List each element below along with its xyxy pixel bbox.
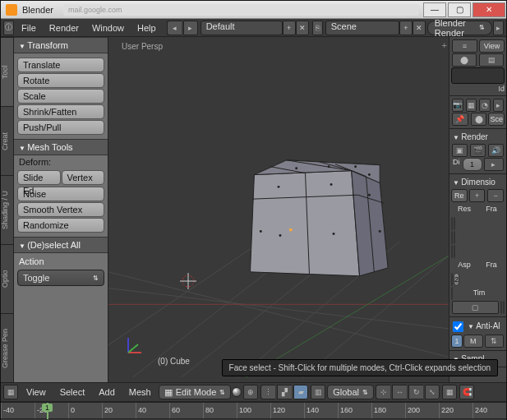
- aspect-y-field[interactable]: [451, 287, 453, 300]
- res-x-field[interactable]: [451, 217, 453, 230]
- window-minimize-button[interactable]: —: [423, 2, 446, 17]
- vtab-tool[interactable]: Tool: [1, 37, 13, 106]
- transform-panel-header[interactable]: Transform: [14, 37, 108, 53]
- limit-selection-icon[interactable]: ▥: [311, 385, 325, 399]
- aa-mitchell[interactable]: M: [463, 335, 483, 348]
- layers-button[interactable]: ▦: [442, 385, 457, 399]
- slide-edge-button[interactable]: Slide Ed: [17, 170, 61, 185]
- render-preset-dropdown[interactable]: Re: [451, 189, 468, 202]
- display-value[interactable]: 1: [463, 158, 482, 171]
- viewport-plus-icon[interactable]: +: [442, 40, 447, 50]
- manipulator-toggle[interactable]: ⊹: [376, 385, 390, 399]
- old-map-field[interactable]: [500, 301, 502, 314]
- smooth-vertex-button[interactable]: Smooth Vertex: [17, 202, 104, 217]
- render-image-button[interactable]: ▣: [452, 144, 468, 157]
- res-y-field[interactable]: [451, 231, 453, 244]
- deselect-panel-header[interactable]: (De)select All: [14, 237, 108, 253]
- window-close-button[interactable]: ✕: [472, 2, 505, 17]
- manip-scale-icon[interactable]: ⤡: [425, 385, 440, 399]
- shading-mode-icon[interactable]: [232, 387, 242, 397]
- view3d-editor-icon[interactable]: ▦: [3, 385, 18, 399]
- pin-icon[interactable]: 📌: [452, 113, 468, 126]
- preset-remove-icon[interactable]: −: [487, 189, 504, 202]
- view3d-menu-select[interactable]: Select: [53, 383, 92, 401]
- frame-end-field[interactable]: [454, 231, 455, 244]
- manip-rotate-icon[interactable]: ↻: [408, 385, 423, 399]
- forward-button[interactable]: ▸: [183, 21, 198, 35]
- menu-help[interactable]: Help: [131, 19, 163, 37]
- randomize-button[interactable]: Randomize: [17, 218, 104, 233]
- 3d-viewport[interactable]: User Persp: [108, 37, 449, 382]
- scale-button[interactable]: Scale: [17, 89, 104, 104]
- antialias-checkbox[interactable]: [453, 321, 463, 332]
- transform-orientation-dropdown[interactable]: Global ⇅: [327, 385, 374, 399]
- layout-remove-button[interactable]: ✕: [296, 21, 309, 35]
- antialias-panel-header[interactable]: Anti-Al: [466, 320, 505, 334]
- outliner-scene-icon[interactable]: ⬤: [452, 53, 477, 67]
- view3d-menu-view[interactable]: View: [20, 383, 53, 401]
- scene-field[interactable]: Scene: [325, 21, 399, 35]
- vertex-select-mode[interactable]: ⋮: [260, 385, 275, 399]
- info-editor-icon[interactable]: ⓘ: [3, 21, 14, 35]
- vtab-grease[interactable]: Grease Pen: [1, 313, 13, 382]
- view3d-menu-mesh[interactable]: Mesh: [122, 383, 158, 401]
- rotate-button[interactable]: Rotate: [17, 73, 104, 88]
- render-panel-header[interactable]: Render: [451, 131, 505, 143]
- render-engine-dropdown[interactable]: Blender Render ⇅: [427, 21, 492, 35]
- aa-sample-active[interactable]: 1: [451, 335, 463, 348]
- frame-step-field[interactable]: [454, 245, 455, 258]
- timeline-playhead[interactable]: [47, 403, 48, 419]
- context-scene-icon[interactable]: ⬤: [471, 113, 487, 126]
- vtab-create[interactable]: Creat: [1, 106, 13, 175]
- meshtools-panel-header[interactable]: Mesh Tools: [14, 139, 108, 155]
- svg-point-27: [328, 165, 330, 168]
- scene-remove-button[interactable]: ✕: [413, 21, 426, 35]
- timeline-ruler[interactable]: -40 -20 0 20 40 60 80 100 120 140 160 18…: [1, 403, 506, 419]
- snap-toggle[interactable]: 🧲: [459, 385, 474, 399]
- scene-add-button[interactable]: +: [399, 21, 413, 35]
- display-lock-icon[interactable]: ▸: [484, 158, 504, 171]
- expand-icon[interactable]: ▤: [479, 53, 504, 67]
- push-pull-button[interactable]: Push/Pull: [17, 120, 104, 135]
- dimensions-panel-header[interactable]: Dimensio: [451, 176, 505, 188]
- manip-translate-icon[interactable]: ↔: [392, 385, 407, 399]
- view-menu-right[interactable]: View: [479, 39, 505, 53]
- preset-add-icon[interactable]: +: [469, 189, 486, 202]
- screen-layout-field[interactable]: Default: [200, 21, 283, 35]
- aspect-x-field[interactable]: [451, 273, 453, 286]
- fps-field[interactable]: 2: [454, 273, 459, 286]
- menu-render[interactable]: Render: [43, 19, 85, 37]
- edge-select-mode[interactable]: ▞: [277, 385, 292, 399]
- slide-vertex-button[interactable]: Vertex: [62, 170, 105, 185]
- aa-size-icon[interactable]: ⇅: [485, 335, 505, 348]
- vtab-options[interactable]: Optio: [1, 244, 13, 313]
- action-dropdown[interactable]: Toggle ⇅: [17, 270, 104, 286]
- prop-render-icon[interactable]: 📷: [452, 99, 463, 112]
- prop-world-icon[interactable]: ▸: [493, 99, 505, 112]
- noise-button[interactable]: Noise: [17, 187, 104, 201]
- editor-type-icon[interactable]: ≡: [452, 39, 477, 53]
- frame-start-field[interactable]: [454, 217, 455, 230]
- translate-button[interactable]: Translate: [17, 58, 104, 72]
- layout-add-button[interactable]: +: [283, 21, 296, 35]
- outliner-area[interactable]: [451, 67, 505, 84]
- view3d-menu-add[interactable]: Add: [92, 383, 122, 401]
- render-audio-button[interactable]: 🔊: [488, 144, 504, 157]
- face-select-mode[interactable]: ▰: [293, 385, 308, 399]
- back-button[interactable]: ◂: [167, 21, 182, 35]
- pivot-point-dropdown[interactable]: ⊕: [243, 385, 258, 399]
- menu-window[interactable]: Window: [85, 19, 131, 37]
- render-anim-button[interactable]: 🎬: [470, 144, 486, 157]
- menu-file[interactable]: File: [15, 19, 43, 37]
- prop-scene-icon[interactable]: ◔: [479, 99, 491, 112]
- shrink-fatten-button[interactable]: Shrink/Fatten: [17, 104, 104, 119]
- window-maximize-button[interactable]: ▢: [448, 2, 471, 17]
- mode-selector[interactable]: ▦ Edit Mode ⇅: [159, 385, 232, 399]
- prop-layers-icon[interactable]: ▦: [466, 99, 477, 112]
- border-toggle[interactable]: ▢: [452, 301, 499, 314]
- res-pct-field[interactable]: [451, 245, 453, 258]
- scene-browse-icon[interactable]: ⎘: [312, 21, 323, 35]
- new-map-field[interactable]: [503, 301, 505, 314]
- top-collapse-icon[interactable]: ▸: [493, 21, 504, 35]
- vtab-shading[interactable]: Shading / U: [1, 175, 13, 244]
